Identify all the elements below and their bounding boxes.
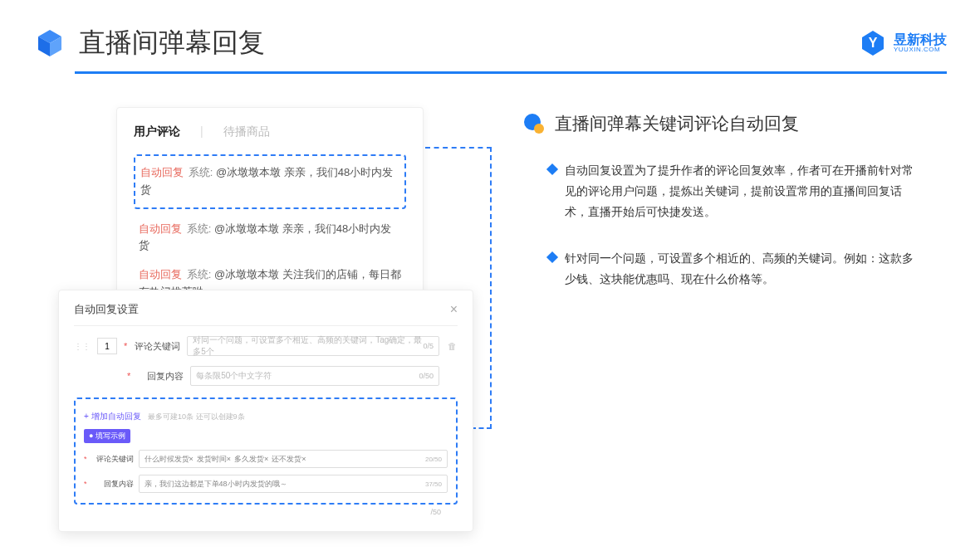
logo-cn: 昱新科技 bbox=[894, 33, 947, 46]
tab-comments[interactable]: 用户评论 bbox=[134, 124, 180, 139]
tab-separator: | bbox=[200, 124, 203, 139]
tag: 什么时候发货× bbox=[145, 454, 194, 465]
bullet-item: 针对同一个问题，可设置多个相近的、高频的关键词。例如：这款多少钱、这块能优惠吗、… bbox=[548, 248, 947, 290]
counter: 0/50 bbox=[419, 372, 434, 380]
bullet-item: 自动回复设置为了提升作者的评论回复效率，作者可在开播前针对常见的评论用户问题，提… bbox=[548, 160, 947, 223]
drag-icon[interactable]: ⋮⋮ bbox=[74, 342, 91, 351]
content: 用户评论 | 待播商品 自动回复 系统: @冰墩墩本墩 亲亲，我们48小时内发货… bbox=[0, 74, 980, 315]
svg-point-2 bbox=[534, 124, 544, 134]
field-label: 回复内容 bbox=[137, 370, 184, 383]
system-label: 系统: bbox=[187, 222, 212, 235]
diamond-icon bbox=[546, 163, 558, 175]
tab-products[interactable]: 待播商品 bbox=[223, 124, 270, 139]
example-reply-row: * 回复内容 亲，我们这边都是下单48小时内发货的哦～ 37/50 bbox=[84, 475, 448, 493]
add-reply-link[interactable]: + 增加自动回复 bbox=[84, 412, 141, 421]
title-group: 直播间弹幕回复 bbox=[33, 25, 265, 61]
comment-item: 自动回复 系统: @冰墩墩本墩 亲亲，我们48小时内发货 bbox=[134, 221, 406, 256]
counter: 0/5 bbox=[423, 342, 434, 350]
settings-card: 自动回复设置 × ⋮⋮ 1 * 评论关键词 对同一个问题，可设置多个相近、高频的… bbox=[58, 290, 473, 532]
right-column: 直播间弹幕关键词评论自动回复 自动回复设置为了提升作者的评论回复效率，作者可在开… bbox=[498, 107, 947, 315]
cube-icon bbox=[33, 27, 66, 60]
highlighted-comment: 自动回复 系统: @冰墩墩本墩 亲亲，我们48小时内发货 bbox=[134, 154, 406, 209]
left-column: 用户评论 | 待播商品 自动回复 系统: @冰墩墩本墩 亲亲，我们48小时内发货… bbox=[58, 107, 473, 315]
example-badge: ● 填写示例 bbox=[84, 429, 130, 443]
tag: 还不发货× bbox=[272, 454, 306, 465]
settings-header: 自动回复设置 × bbox=[74, 302, 458, 326]
keyword-input[interactable]: 对同一个问题，可设置多个相近、高频的关键词，Tag确定，最多5个 0/5 bbox=[187, 336, 439, 356]
auto-reply-badge: 自动回复 bbox=[139, 268, 182, 280]
svg-text:Y: Y bbox=[869, 36, 878, 50]
required-icon: * bbox=[127, 371, 130, 381]
required-icon: * bbox=[84, 480, 87, 488]
auto-reply-badge: 自动回复 bbox=[139, 222, 182, 235]
outer-counter: /50 bbox=[74, 508, 458, 516]
chat-bubble-icon bbox=[523, 113, 545, 134]
example-reply-input[interactable]: 亲，我们这边都是下单48小时内发货的哦～ 37/50 bbox=[139, 475, 448, 493]
field-label: 评论关键词 bbox=[92, 454, 134, 465]
page-header: 直播间弹幕回复 Y 昱新科技 YUUXIN.COM bbox=[0, 0, 980, 61]
section-heading: 直播间弹幕关键词评论自动回复 bbox=[555, 112, 799, 135]
required-icon: * bbox=[84, 455, 87, 463]
placeholder: 每条限50个中文字符 bbox=[196, 370, 272, 382]
example-keyword-row: * 评论关键词 什么时候发货× 发货时间× 多久发货× 还不发货× 20/50 bbox=[84, 450, 448, 468]
trash-icon[interactable]: 🗑 bbox=[446, 341, 458, 351]
reply-row: * 回复内容 每条限50个中文字符 0/50 bbox=[74, 366, 458, 386]
logo-icon: Y bbox=[859, 29, 887, 57]
example-keyword-input[interactable]: 什么时候发货× 发货时间× 多久发货× 还不发货× 20/50 bbox=[139, 450, 448, 468]
reply-input[interactable]: 每条限50个中文字符 0/50 bbox=[190, 366, 439, 386]
section-title: 直播间弹幕关键词评论自动回复 bbox=[523, 112, 947, 135]
counter: 20/50 bbox=[425, 456, 442, 463]
brand-logo: Y 昱新科技 YUUXIN.COM bbox=[859, 29, 947, 57]
keyword-row: ⋮⋮ 1 * 评论关键词 对同一个问题，可设置多个相近、高频的关键词，Tag确定… bbox=[74, 336, 458, 356]
field-label: 评论关键词 bbox=[134, 340, 180, 353]
add-hint: 最多可建10条 还可以创建9条 bbox=[148, 412, 245, 421]
index-box: 1 bbox=[97, 338, 117, 354]
field-label: 回复内容 bbox=[92, 479, 134, 490]
logo-text: 昱新科技 YUUXIN.COM bbox=[894, 33, 947, 53]
system-label: 系统: bbox=[187, 268, 212, 280]
tag: 发货时间× bbox=[197, 454, 231, 465]
close-icon[interactable]: × bbox=[450, 302, 458, 317]
system-label: 系统: bbox=[189, 166, 213, 178]
required-icon: * bbox=[124, 341, 127, 351]
example-value: 亲，我们这边都是下单48小时内发货的哦～ bbox=[145, 479, 287, 490]
example-box: + 增加自动回复 最多可建10条 还可以创建9条 ● 填写示例 * 评论关键词 … bbox=[74, 397, 458, 505]
bullet-text: 针对同一个问题，可设置多个相近的、高频的关键词。例如：这款多少钱、这块能优惠吗、… bbox=[565, 248, 914, 290]
logo-en: YUUXIN.COM bbox=[894, 46, 947, 53]
counter: 37/50 bbox=[425, 480, 442, 488]
auto-reply-badge: 自动回复 bbox=[140, 166, 184, 178]
connector-line bbox=[425, 147, 492, 149]
bullet-text: 自动回复设置为了提升作者的评论回复效率，作者可在开播前针对常见的评论用户问题，提… bbox=[565, 160, 914, 223]
tag: 多久发货× bbox=[234, 454, 268, 465]
placeholder: 对同一个问题，可设置多个相近、高频的关键词，Tag确定，最多5个 bbox=[193, 334, 423, 358]
settings-title: 自动回复设置 bbox=[74, 302, 139, 317]
page-title: 直播间弹幕回复 bbox=[79, 25, 265, 61]
connector-line bbox=[490, 147, 492, 429]
diamond-icon bbox=[546, 251, 558, 262]
tabs: 用户评论 | 待播商品 bbox=[134, 124, 406, 149]
